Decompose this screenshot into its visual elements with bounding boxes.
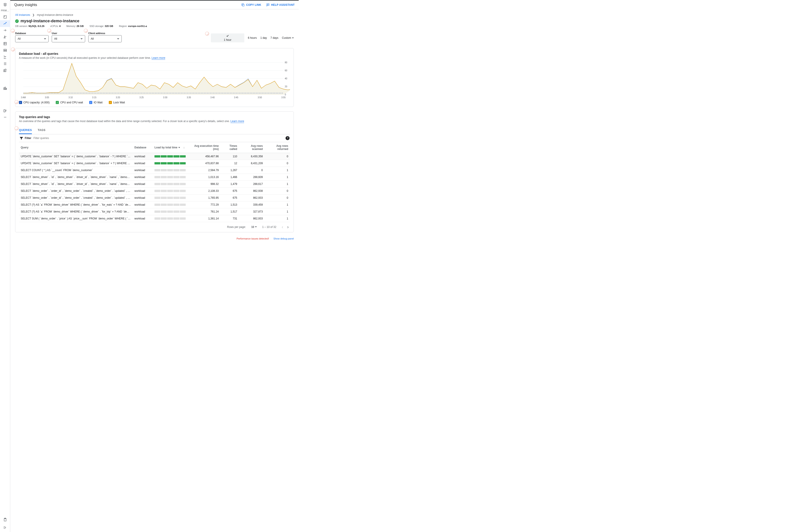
cell-query: SELECT `demo_driver` . `id` , `demo_driv… [19,174,133,181]
nav-section-label: PRIM… [1,10,9,12]
help-assistant-button[interactable]: HELP ASSISTANT [266,3,295,7]
tabs: 7 QUERIES TAGS [19,127,290,134]
tab-tags[interactable]: TAGS [38,127,45,134]
cell-query: UPDATE `demo_customer` SET `balance` = (… [19,160,133,167]
cell-avg_returned: 1 [265,215,290,222]
page-prev-button[interactable]: ‹ [282,224,283,229]
table-row[interactable]: SELECT `demo_driver` . `id` , `demo_driv… [19,181,290,188]
filter-user-select[interactable]: All [52,35,85,42]
nav-operations-icon[interactable] [0,60,10,67]
col-load[interactable]: Load by total time ↓ [153,142,188,153]
timerange-1h[interactable]: 1 hour [211,33,244,42]
svg-text:3:25: 3:25 [140,96,144,99]
col-avg-returned[interactable]: Avg rows returned [265,142,290,153]
svg-rect-10 [4,88,4,90]
timerange-custom[interactable]: Custom [282,36,294,39]
filter-client: 3 Client address All [88,32,122,42]
svg-rect-6 [4,49,6,50]
page-next-button[interactable]: › [287,224,289,229]
col-avg-scanned[interactable]: Avg rows scanned [239,142,265,153]
svg-rect-1 [4,16,5,17]
nav-export-icon[interactable] [0,114,10,120]
filter-client-select[interactable]: All [88,35,122,42]
annotation-5: 5 [11,48,15,52]
svg-text:3:20: 3:20 [116,96,120,99]
instance-name: mysql-instance-demo-instance [20,19,79,23]
cell-avg_exec: 2,584.79 [188,167,220,174]
rows-per-page-select[interactable]: 10 [251,225,257,229]
nav-maintenance-icon[interactable] [0,85,10,92]
cell-avg_scanned: 288,609 [239,174,265,181]
table-row[interactable]: SELECT SUM ( `demo_order` . `price` ) AS… [19,215,290,222]
left-nav-rail: PRIM… [0,0,10,241]
nav-replicas-icon[interactable] [0,54,10,60]
db-load-title: Database load - all queries [19,52,290,55]
rows-per-page-label: Rows per page: [227,225,246,229]
table-row[interactable]: SELECT (?) AS `a` FROM `demo_driver` WHE… [19,208,290,215]
table-row[interactable]: SELECT (?) AS `a` FROM `demo_driver` WHE… [19,202,290,208]
cell-database: workload [133,215,153,222]
legend-cpu[interactable]: ✓CPU and CPU wait [56,101,83,104]
timerange-1d[interactable]: 1 day [260,36,267,39]
arrow-down-icon: ↓ [183,146,185,149]
cell-load [153,181,188,188]
top-queries-subtitle: An overview of the queries and tags that… [19,120,230,123]
table-row[interactable]: SELECT `demo_order` . `order_id` , `demo… [19,194,290,202]
nav-logs-icon[interactable] [0,107,10,114]
cell-avg_returned: 1 [265,167,290,174]
timerange-6h[interactable]: 6 hours [248,36,257,39]
nav-overview-icon[interactable] [0,14,10,20]
copy-link-label: COPY LINK [246,3,261,6]
filter-input[interactable] [33,136,78,140]
svg-text:3:40: 3:40 [210,96,215,99]
show-debug-panel[interactable]: Show debug panel [274,237,294,240]
col-avg-exec[interactable]: Avg execution time (ms) [188,142,220,153]
top-queries-learn-more[interactable]: Learn more [230,120,244,123]
db-load-subtitle: A measure of the work (in CPU-seconds) t… [19,56,151,59]
page-range: 1 – 10 of 32 [262,225,276,229]
product-icon[interactable] [0,1,10,8]
table-row[interactable]: SELECT `demo_driver` . `id` , `demo_driv… [19,174,290,181]
col-times-called[interactable]: Times called [220,142,239,153]
nav-settings-icon[interactable] [0,67,10,74]
legend-lock[interactable]: ✓Lock Wait [109,101,125,104]
copy-link-button[interactable]: COPY LINK [241,3,261,7]
page-header: Query insights COPY LINK HELP ASSISTANT [10,0,299,10]
cell-database: workload [133,174,153,181]
chevron-down-icon [117,38,119,39]
cell-times_called: 731 [220,215,239,222]
help-icon[interactable]: ? [285,136,290,140]
chevron-right-icon: ❯ [32,13,35,17]
svg-point-3 [4,36,5,37]
nav-backups-icon[interactable] [0,47,10,54]
nav-connections-icon[interactable] [0,27,10,34]
table-row[interactable]: UPDATE `demo_customer` SET `balance` = (… [19,160,290,167]
filter-database-select[interactable]: All [15,35,49,42]
cell-avg_exec: 772.29 [188,202,220,208]
legend-capacity[interactable]: ✓CPU capacity: (4.000) [19,101,50,104]
db-load-legend: 6 ✓CPU capacity: (4.000) ✓CPU and CPU wa… [19,101,290,104]
db-load-learn-more[interactable]: Learn more [152,56,165,60]
tab-queries[interactable]: QUERIES [19,127,32,134]
nav-insights-icon[interactable] [0,20,10,27]
legend-io[interactable]: ✓IO Wait [89,101,103,104]
svg-text:3:35: 3:35 [187,96,191,99]
timerange-7d[interactable]: 7 days [271,36,278,39]
svg-point-2 [6,22,6,23]
col-query[interactable]: Query [19,142,133,153]
svg-text:3:50: 3:50 [258,96,262,99]
cell-avg_scanned: 288,617 [239,181,265,188]
breadcrumb-root[interactable]: All instances [15,13,30,17]
table-row[interactable]: SELECT COUNT ( * ) AS `__count` FROM `de… [19,167,290,174]
table-row[interactable]: UPDATE `demo_customer` SET `balance` = (… [19,153,290,160]
table-row[interactable]: SELECT `demo_order` . `order_id` , `demo… [19,188,290,194]
nav-databases-icon[interactable] [0,40,10,47]
cell-times_called: 675 [220,194,239,202]
cell-avg_scanned: 862,938 [239,188,265,194]
cell-avg_scanned: 327,873 [239,208,265,215]
chevron-down-icon [292,37,294,39]
cell-times_called: 110 [220,153,239,160]
col-database[interactable]: Database [133,142,153,153]
nav-users-icon[interactable] [0,34,10,40]
cell-avg_returned: 1 [265,174,290,181]
